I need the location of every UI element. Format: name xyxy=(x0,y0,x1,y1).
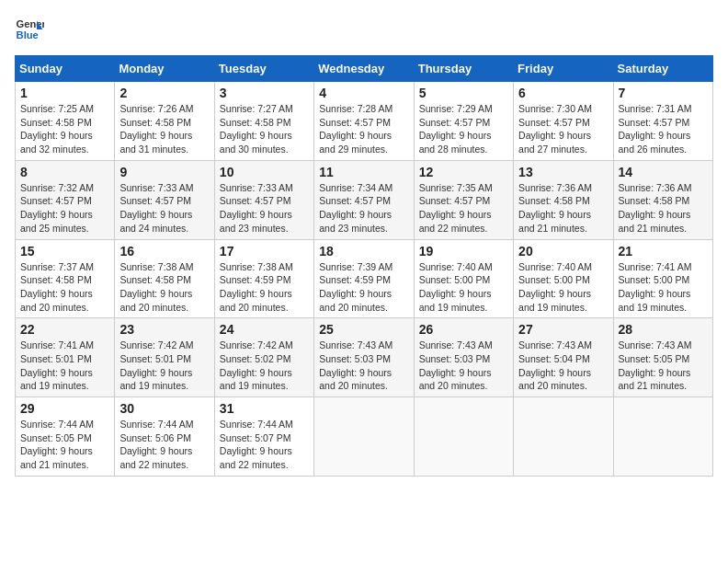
day-detail: Sunrise: 7:38 AMSunset: 4:59 PMDaylight:… xyxy=(220,260,309,315)
calendar-cell: 6Sunrise: 7:30 AMSunset: 4:57 PMDaylight… xyxy=(514,82,613,161)
col-header-thursday: Thursday xyxy=(414,56,513,82)
day-number: 15 xyxy=(20,244,109,259)
col-header-saturday: Saturday xyxy=(613,56,712,82)
col-header-friday: Friday xyxy=(514,56,613,82)
calendar-cell: 24Sunrise: 7:42 AMSunset: 5:02 PMDayligh… xyxy=(214,318,313,397)
col-header-tuesday: Tuesday xyxy=(214,56,313,82)
calendar-cell: 3Sunrise: 7:27 AMSunset: 4:58 PMDaylight… xyxy=(214,82,313,161)
calendar-cell: 28Sunrise: 7:43 AMSunset: 5:05 PMDayligh… xyxy=(613,318,712,397)
day-number: 23 xyxy=(119,322,209,337)
day-detail: Sunrise: 7:42 AMSunset: 5:02 PMDaylight:… xyxy=(220,339,309,393)
day-detail: Sunrise: 7:26 AMSunset: 4:58 PMDaylight:… xyxy=(119,102,209,156)
calendar-cell: 19Sunrise: 7:40 AMSunset: 5:00 PMDayligh… xyxy=(414,239,513,318)
day-detail: Sunrise: 7:44 AMSunset: 5:05 PMDaylight:… xyxy=(20,418,109,472)
calendar-cell: 8Sunrise: 7:32 AMSunset: 4:57 PMDaylight… xyxy=(16,160,115,239)
day-detail: Sunrise: 7:35 AMSunset: 4:57 PMDaylight:… xyxy=(419,181,508,236)
calendar-week-row: 29Sunrise: 7:44 AMSunset: 5:05 PMDayligh… xyxy=(16,397,713,477)
calendar-cell: 21Sunrise: 7:41 AMSunset: 5:00 PMDayligh… xyxy=(613,239,712,318)
calendar-cell xyxy=(314,397,414,477)
calendar-cell: 22Sunrise: 7:41 AMSunset: 5:01 PMDayligh… xyxy=(16,318,115,397)
day-number: 21 xyxy=(619,244,708,259)
calendar-cell: 10Sunrise: 7:33 AMSunset: 4:57 PMDayligh… xyxy=(214,160,313,239)
day-number: 4 xyxy=(319,86,408,100)
calendar-week-row: 1Sunrise: 7:25 AMSunset: 4:58 PMDaylight… xyxy=(16,82,713,161)
calendar-cell: 2Sunrise: 7:26 AMSunset: 4:58 PMDaylight… xyxy=(115,82,214,161)
day-number: 27 xyxy=(518,322,608,337)
day-number: 12 xyxy=(419,165,508,179)
day-number: 19 xyxy=(419,244,508,259)
day-detail: Sunrise: 7:40 AMSunset: 5:00 PMDaylight:… xyxy=(419,260,508,315)
day-detail: Sunrise: 7:42 AMSunset: 5:01 PMDaylight:… xyxy=(119,339,209,393)
calendar-cell: 4Sunrise: 7:28 AMSunset: 4:57 PMDaylight… xyxy=(314,82,414,161)
calendar-cell: 9Sunrise: 7:33 AMSunset: 4:57 PMDaylight… xyxy=(115,160,214,239)
day-detail: Sunrise: 7:29 AMSunset: 4:57 PMDaylight:… xyxy=(419,102,508,156)
calendar-cell: 1Sunrise: 7:25 AMSunset: 4:58 PMDaylight… xyxy=(16,82,115,161)
logo: General Blue xyxy=(15,15,48,44)
calendar-cell: 12Sunrise: 7:35 AMSunset: 4:57 PMDayligh… xyxy=(414,160,513,239)
day-detail: Sunrise: 7:43 AMSunset: 5:05 PMDaylight:… xyxy=(619,339,708,393)
day-number: 22 xyxy=(20,322,109,337)
day-detail: Sunrise: 7:33 AMSunset: 4:57 PMDaylight:… xyxy=(220,181,309,236)
calendar-week-row: 22Sunrise: 7:41 AMSunset: 5:01 PMDayligh… xyxy=(16,318,713,397)
day-detail: Sunrise: 7:41 AMSunset: 5:00 PMDaylight:… xyxy=(619,260,708,315)
day-number: 24 xyxy=(220,322,309,337)
day-number: 16 xyxy=(119,244,209,259)
day-detail: Sunrise: 7:36 AMSunset: 4:58 PMDaylight:… xyxy=(619,181,708,236)
day-detail: Sunrise: 7:31 AMSunset: 4:57 PMDaylight:… xyxy=(619,102,708,156)
day-detail: Sunrise: 7:43 AMSunset: 5:03 PMDaylight:… xyxy=(419,339,508,393)
day-detail: Sunrise: 7:44 AMSunset: 5:07 PMDaylight:… xyxy=(220,418,309,472)
day-detail: Sunrise: 7:25 AMSunset: 4:58 PMDaylight:… xyxy=(20,102,109,156)
calendar-week-row: 8Sunrise: 7:32 AMSunset: 4:57 PMDaylight… xyxy=(16,160,713,239)
col-header-monday: Monday xyxy=(115,56,214,82)
col-header-sunday: Sunday xyxy=(16,56,115,82)
day-number: 10 xyxy=(220,165,309,179)
calendar-cell: 20Sunrise: 7:40 AMSunset: 5:00 PMDayligh… xyxy=(514,239,613,318)
calendar-cell: 17Sunrise: 7:38 AMSunset: 4:59 PMDayligh… xyxy=(214,239,313,318)
day-detail: Sunrise: 7:41 AMSunset: 5:01 PMDaylight:… xyxy=(20,339,109,393)
calendar-cell: 13Sunrise: 7:36 AMSunset: 4:58 PMDayligh… xyxy=(514,160,613,239)
calendar-cell: 18Sunrise: 7:39 AMSunset: 4:59 PMDayligh… xyxy=(314,239,414,318)
day-number: 18 xyxy=(319,244,408,259)
day-detail: Sunrise: 7:33 AMSunset: 4:57 PMDaylight:… xyxy=(119,181,209,236)
day-number: 17 xyxy=(220,244,309,259)
calendar-cell: 7Sunrise: 7:31 AMSunset: 4:57 PMDaylight… xyxy=(613,82,712,161)
day-number: 3 xyxy=(220,86,309,100)
day-detail: Sunrise: 7:36 AMSunset: 4:58 PMDaylight:… xyxy=(518,181,608,236)
calendar-cell: 26Sunrise: 7:43 AMSunset: 5:03 PMDayligh… xyxy=(414,318,513,397)
day-number: 5 xyxy=(419,86,508,100)
calendar-cell xyxy=(613,397,712,477)
day-number: 1 xyxy=(20,86,109,100)
page-header: General Blue xyxy=(15,15,713,44)
svg-text:Blue: Blue xyxy=(17,29,39,40)
day-number: 2 xyxy=(119,86,209,100)
day-number: 26 xyxy=(419,322,508,337)
day-number: 13 xyxy=(518,165,608,179)
day-detail: Sunrise: 7:27 AMSunset: 4:58 PMDaylight:… xyxy=(220,102,309,156)
calendar-header-row: SundayMondayTuesdayWednesdayThursdayFrid… xyxy=(16,56,713,82)
day-detail: Sunrise: 7:32 AMSunset: 4:57 PMDaylight:… xyxy=(20,181,109,236)
day-number: 14 xyxy=(619,165,708,179)
day-detail: Sunrise: 7:40 AMSunset: 5:00 PMDaylight:… xyxy=(518,260,608,315)
day-number: 31 xyxy=(220,401,309,416)
calendar-cell xyxy=(414,397,513,477)
calendar-cell: 14Sunrise: 7:36 AMSunset: 4:58 PMDayligh… xyxy=(613,160,712,239)
day-number: 28 xyxy=(619,322,708,337)
day-number: 25 xyxy=(319,322,408,337)
calendar-week-row: 15Sunrise: 7:37 AMSunset: 4:58 PMDayligh… xyxy=(16,239,713,318)
day-number: 30 xyxy=(119,401,209,416)
calendar-cell: 31Sunrise: 7:44 AMSunset: 5:07 PMDayligh… xyxy=(214,397,313,477)
day-detail: Sunrise: 7:39 AMSunset: 4:59 PMDaylight:… xyxy=(319,260,408,315)
day-number: 11 xyxy=(319,165,408,179)
calendar-cell: 25Sunrise: 7:43 AMSunset: 5:03 PMDayligh… xyxy=(314,318,414,397)
calendar-cell: 5Sunrise: 7:29 AMSunset: 4:57 PMDaylight… xyxy=(414,82,513,161)
calendar-cell: 23Sunrise: 7:42 AMSunset: 5:01 PMDayligh… xyxy=(115,318,214,397)
calendar-cell: 27Sunrise: 7:43 AMSunset: 5:04 PMDayligh… xyxy=(514,318,613,397)
calendar-table: SundayMondayTuesdayWednesdayThursdayFrid… xyxy=(15,55,713,477)
calendar-cell: 15Sunrise: 7:37 AMSunset: 4:58 PMDayligh… xyxy=(16,239,115,318)
day-number: 8 xyxy=(20,165,109,179)
day-detail: Sunrise: 7:43 AMSunset: 5:04 PMDaylight:… xyxy=(518,339,608,393)
calendar-cell xyxy=(514,397,613,477)
calendar-cell: 29Sunrise: 7:44 AMSunset: 5:05 PMDayligh… xyxy=(16,397,115,477)
calendar-cell: 16Sunrise: 7:38 AMSunset: 4:58 PMDayligh… xyxy=(115,239,214,318)
day-detail: Sunrise: 7:43 AMSunset: 5:03 PMDaylight:… xyxy=(319,339,408,393)
